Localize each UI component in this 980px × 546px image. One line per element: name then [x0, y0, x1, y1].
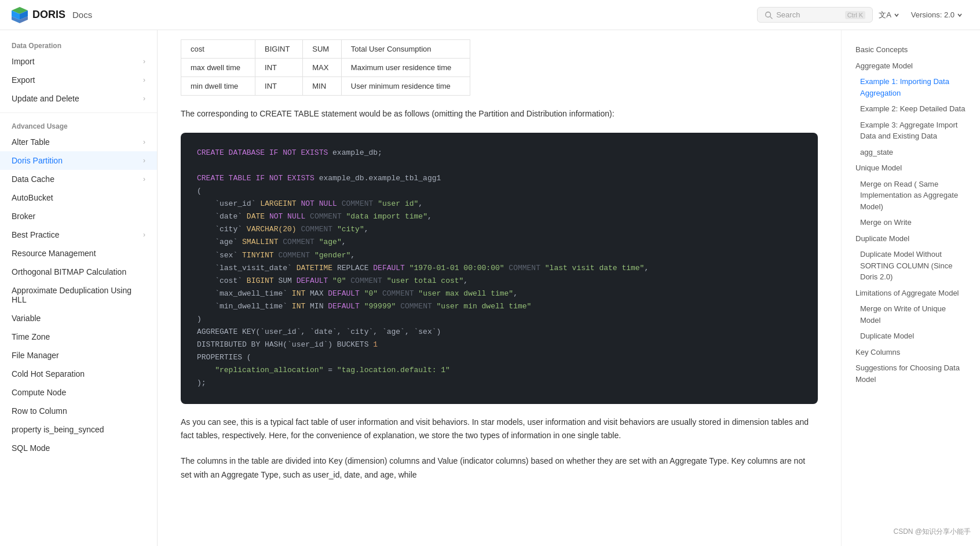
table-cell: Total User Consumption — [341, 40, 470, 59]
toc-item-aggregate-model[interactable]: Aggregate Model — [851, 58, 971, 74]
toc-item-key-columns[interactable]: Key Columns — [851, 344, 971, 361]
table-cell: MIN — [303, 77, 342, 96]
chevron-down-icon — [957, 12, 963, 18]
sidebar-item-label: Cold Hot Separation — [12, 369, 85, 378]
sidebar-item-import[interactable]: Import › — [0, 52, 157, 71]
translate-icon: 文A — [879, 10, 891, 20]
sidebar-item-autobucket[interactable]: AutoBucket — [0, 188, 157, 207]
sidebar-item-property-synced[interactable]: property is_being_synced — [0, 420, 157, 439]
sidebar-item-broker[interactable]: Broker — [0, 207, 157, 225]
toc-item-duplicate-model2[interactable]: Duplicate Model — [851, 328, 971, 344]
chevron-right-icon: › — [143, 138, 145, 146]
chevron-right-icon: › — [143, 57, 145, 65]
code-block: CREATE DATABASE IF NOT EXISTS example_db… — [181, 133, 818, 404]
table-cell: User minimum residence time — [341, 77, 470, 96]
description2: As you can see, this is a typical fact t… — [181, 416, 818, 443]
code-line: PROPERTIES ( — [197, 351, 802, 364]
toc-item-example2[interactable]: Example 2: Keep Detailed Data — [851, 101, 971, 117]
toc-item-merge-on-write[interactable]: Merge on Write — [851, 214, 971, 231]
code-line: CREATE DATABASE IF NOT EXISTS example_db… — [197, 147, 802, 159]
logo-area: DORIS Docs — [12, 7, 92, 23]
main-content: cost BIGINT SUM Total User Consumption m… — [158, 30, 841, 546]
code-line: `min_dwell_time` INT MIN DEFAULT "99999"… — [197, 300, 802, 313]
sidebar-item-data-cache[interactable]: Data Cache › — [0, 170, 157, 188]
table-cell: cost — [181, 40, 255, 59]
sidebar-item-bitmap[interactable]: Orthogonal BITMAP Calculation — [0, 263, 157, 281]
main-layout: Data Operation Import › Export › Update … — [0, 30, 980, 546]
toc-item-unique-model[interactable]: Unique Model — [851, 160, 971, 176]
sidebar-item-timezone[interactable]: Time Zone — [0, 327, 157, 346]
toc-item-suggestions[interactable]: Suggestions for Choosing Data Model — [851, 360, 971, 387]
table-cell: BIGINT — [255, 40, 303, 59]
code-line: DISTRIBUTED BY HASH(`user_id`) BUCKETS 1 — [197, 338, 802, 351]
table-row: min dwell time INT MIN User minimum resi… — [181, 77, 470, 96]
toc-item-limitations[interactable]: Limitations of Aggregate Model — [851, 285, 971, 301]
sidebar-item-label: Update and Delete — [12, 94, 79, 103]
version-selector[interactable]: Versions: 2.0 — [905, 8, 968, 22]
sidebar-item-resource-management[interactable]: Resource Management — [0, 244, 157, 263]
sidebar-item-label: Resource Management — [12, 249, 96, 258]
sidebar-section-data-operation: Data Operation — [0, 37, 157, 52]
sidebar-item-row-to-column[interactable]: Row to Column — [0, 402, 157, 420]
search-icon — [765, 11, 773, 19]
code-line: `city` VARCHAR(20) COMMENT "city", — [197, 223, 802, 236]
table-cell: Maximum user residence time — [341, 59, 470, 77]
table-cell: min dwell time — [181, 77, 255, 96]
description3: The columns in the table are divided int… — [181, 454, 818, 482]
toc-item-duplicate-model[interactable]: Duplicate Model — [851, 231, 971, 247]
toc-item-merge-unique[interactable]: Merge on Write of Unique Model — [851, 301, 971, 328]
sidebar-item-cold-hot[interactable]: Cold Hot Separation — [0, 365, 157, 383]
sidebar-item-alter-table[interactable]: Alter Table › — [0, 133, 157, 151]
sidebar-item-variable[interactable]: Variable — [0, 309, 157, 327]
sidebar-item-label: Compute Node — [12, 388, 66, 397]
table-row: cost BIGINT SUM Total User Consumption — [181, 40, 470, 59]
code-line: ); — [197, 377, 802, 390]
logo-text: DORIS — [32, 9, 65, 21]
toc-panel: Basic Concepts Aggregate Model Example 1… — [841, 30, 980, 546]
data-table: cost BIGINT SUM Total User Consumption m… — [181, 39, 470, 96]
search-area[interactable]: Search Ctrl K — [757, 7, 873, 23]
sidebar-item-label: AutoBucket — [12, 193, 53, 202]
toc-item-duplicate-no-sort[interactable]: Duplicate Model Without SORTING COLUMN (… — [851, 246, 971, 285]
sidebar: Data Operation Import › Export › Update … — [0, 30, 158, 546]
toc-item-example1[interactable]: Example 1: Importing Data Aggregation — [851, 74, 971, 101]
code-line — [197, 159, 802, 172]
chevron-right-icon: › — [143, 94, 145, 103]
sidebar-item-label: Alter Table — [12, 137, 50, 147]
chevron-right-icon: › — [143, 231, 145, 239]
table-cell: SUM — [303, 40, 342, 59]
sidebar-item-update-delete[interactable]: Update and Delete › — [0, 89, 157, 108]
sidebar-item-sql-mode[interactable]: SQL Mode — [0, 439, 157, 457]
sidebar-item-compute-node[interactable]: Compute Node — [0, 383, 157, 402]
search-shortcut: Ctrl K — [845, 11, 866, 19]
table-cell: INT — [255, 77, 303, 96]
code-line: ( — [197, 185, 802, 198]
code-line: `last_visit_date` DATETIME REPLACE DEFAU… — [197, 262, 802, 275]
code-line: CREATE TABLE IF NOT EXISTS example_db.ex… — [197, 172, 802, 185]
chevron-right-icon: › — [143, 76, 145, 84]
translate-button[interactable]: 文A — [873, 7, 905, 23]
code-line: ) — [197, 313, 802, 326]
table-cell: max dwell time — [181, 59, 255, 77]
sidebar-item-hll[interactable]: Approximate Deduplication Using HLL — [0, 281, 157, 309]
chevron-down-icon — [894, 12, 899, 18]
toc-item-merge-on-read[interactable]: Merge on Read ( Same Implementation as A… — [851, 176, 971, 215]
sidebar-item-best-practice[interactable]: Best Practice › — [0, 225, 157, 244]
table-cell: MAX — [303, 59, 342, 77]
sidebar-item-label: Broker — [12, 212, 35, 221]
sidebar-item-label: Doris Partition — [12, 156, 63, 165]
toc-item-example3[interactable]: Example 3: Aggregate Import Data and Exi… — [851, 117, 971, 144]
table-row: max dwell time INT MAX Maximum user resi… — [181, 59, 470, 77]
toc-item-agg-state[interactable]: agg_state — [851, 144, 971, 161]
sidebar-item-doris-partition[interactable]: Doris Partition › — [0, 151, 157, 170]
version-label: Versions: 2.0 — [911, 10, 955, 19]
chevron-right-icon: › — [143, 175, 145, 183]
sidebar-section-advanced: Advanced Usage — [0, 118, 157, 133]
top-nav: DORIS Docs Search Ctrl K 文A Versions: 2.… — [0, 0, 980, 30]
sidebar-divider — [0, 112, 157, 113]
code-line: `age` SMALLINT COMMENT "age", — [197, 236, 802, 249]
sidebar-item-export[interactable]: Export › — [0, 71, 157, 89]
toc-item-basic-concepts[interactable]: Basic Concepts — [851, 42, 971, 58]
search-placeholder: Search — [776, 10, 800, 19]
sidebar-item-file-manager[interactable]: File Manager — [0, 346, 157, 365]
